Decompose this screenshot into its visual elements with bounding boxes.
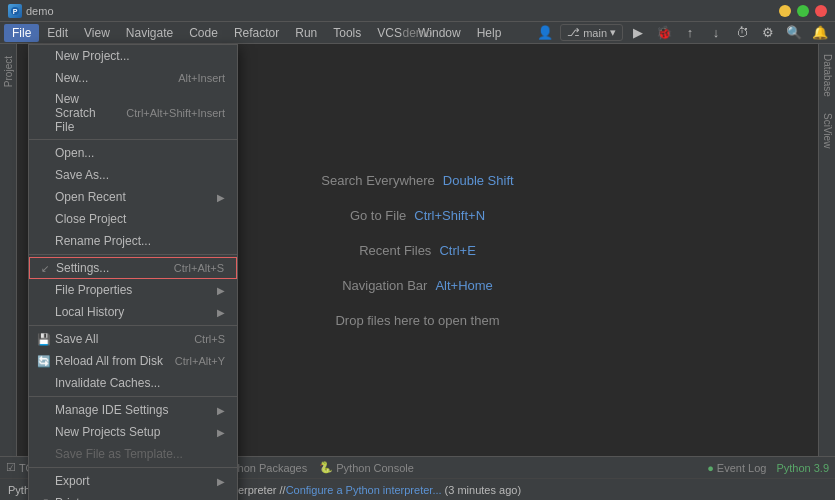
right-tab-sciview[interactable]: SciView	[820, 107, 835, 154]
console-label: Python Console	[336, 462, 414, 474]
menu-item-tools[interactable]: Tools	[325, 24, 369, 42]
new-scratch-file-shortcut: Ctrl+Alt+Shift+Insert	[126, 107, 225, 119]
new-project-label: New Project...	[55, 49, 130, 63]
menu-item-edit[interactable]: Edit	[39, 24, 76, 42]
status-right: ● Event Log Python 3.9	[707, 462, 829, 474]
new-projects-arrow: ▶	[217, 427, 225, 438]
manage-ide-label: Manage IDE Settings	[55, 403, 168, 417]
branch-arrow: ▾	[610, 26, 616, 39]
print-label: Print...	[55, 496, 90, 500]
menu-close-project[interactable]: Close Project	[29, 208, 237, 230]
branch-name: main	[583, 27, 607, 39]
time-ago-text: (3 minutes ago)	[442, 484, 521, 496]
reload-all-label: Reload All from Disk	[55, 354, 163, 368]
history-button[interactable]: ⏱	[731, 24, 753, 42]
event-log[interactable]: ● Event Log	[707, 462, 766, 474]
reload-all-shortcut: Ctrl+Alt+Y	[175, 355, 225, 367]
new-projects-setup-label: New Projects Setup	[55, 425, 160, 439]
new-shortcut: Alt+Insert	[178, 72, 225, 84]
maximize-button[interactable]	[797, 5, 809, 17]
menu-settings[interactable]: ↙ Settings... Ctrl+Alt+S	[29, 257, 237, 279]
settings-toolbar-button[interactable]: ⚙	[757, 24, 779, 42]
menu-item-refactor[interactable]: Refactor	[226, 24, 287, 42]
title-text: demo	[26, 5, 54, 17]
menu-bar: File Edit View Navigate Code Refactor Ru…	[0, 22, 835, 44]
new-scratch-file-label: New Scratch File	[55, 92, 116, 134]
menu-new-scratch-file[interactable]: New Scratch File Ctrl+Alt+Shift+Insert	[29, 89, 237, 137]
menu-open[interactable]: Open...	[29, 142, 237, 164]
go-to-file-shortcut: Ctrl+Shift+N	[414, 208, 485, 223]
export-arrow: ▶	[217, 476, 225, 487]
file-dropdown-menu: New Project... New... Alt+Insert New Scr…	[28, 44, 238, 500]
menu-print[interactable]: 🖨 Print...	[29, 492, 237, 500]
menu-item-code[interactable]: Code	[181, 24, 226, 42]
title-bar-left: P demo	[8, 4, 54, 18]
git-push-button[interactable]: ↓	[705, 24, 727, 42]
toolbar-right: 👤 ⎇ main ▾ ▶ 🐞 ↑ ↓ ⏱ ⚙ 🔍 🔔	[534, 24, 831, 42]
git-update-button[interactable]: ↑	[679, 24, 701, 42]
run-button[interactable]: ▶	[627, 24, 649, 42]
save-file-template-label: Save File as Template...	[55, 447, 183, 461]
right-tab-database[interactable]: Database	[820, 48, 835, 103]
separator-5	[29, 467, 237, 468]
menu-manage-ide-settings[interactable]: Manage IDE Settings ▶	[29, 399, 237, 421]
save-as-label: Save As...	[55, 168, 109, 182]
drop-files-label: Drop files here to open them	[335, 313, 499, 328]
manage-ide-arrow: ▶	[217, 405, 225, 416]
hint-drop-files: Drop files here to open them	[335, 313, 499, 328]
menu-save-file-template: Save File as Template...	[29, 443, 237, 465]
recent-files-label: Recent Files	[359, 243, 431, 258]
menu-item-run[interactable]: Run	[287, 24, 325, 42]
menu-open-recent[interactable]: Open Recent ▶	[29, 186, 237, 208]
menu-item-view[interactable]: View	[76, 24, 118, 42]
project-panel-label[interactable]: Project	[3, 56, 14, 87]
local-history-label: Local History	[55, 305, 124, 319]
hint-search-everywhere: Search Everywhere Double Shift	[321, 173, 513, 188]
tab-python-console[interactable]: 🐍 Python Console	[319, 461, 414, 474]
menu-item-help[interactable]: Help	[469, 24, 510, 42]
user-icon[interactable]: 👤	[534, 24, 556, 42]
export-label: Export	[55, 474, 90, 488]
separator-3	[29, 325, 237, 326]
menu-invalidate-caches[interactable]: Invalidate Caches...	[29, 372, 237, 394]
menu-item-file[interactable]: File	[4, 24, 39, 42]
menu-save-all[interactable]: 💾 Save All Ctrl+S	[29, 328, 237, 350]
menu-save-as[interactable]: Save As...	[29, 164, 237, 186]
console-icon: 🐍	[319, 461, 333, 474]
menu-new[interactable]: New... Alt+Insert	[29, 67, 237, 89]
minimize-button[interactable]	[779, 5, 791, 17]
separator-2	[29, 254, 237, 255]
menu-export[interactable]: Export ▶	[29, 470, 237, 492]
go-to-file-label: Go to File	[350, 208, 406, 223]
close-button[interactable]	[815, 5, 827, 17]
menu-file-properties[interactable]: File Properties ▶	[29, 279, 237, 301]
menu-local-history[interactable]: Local History ▶	[29, 301, 237, 323]
notifications-button[interactable]: 🔔	[809, 24, 831, 42]
search-everywhere-label: Search Everywhere	[321, 173, 434, 188]
search-toolbar-button[interactable]: 🔍	[783, 24, 805, 42]
separator-4	[29, 396, 237, 397]
settings-label: Settings...	[56, 261, 109, 275]
open-recent-arrow: ▶	[217, 192, 225, 203]
invalidate-caches-label: Invalidate Caches...	[55, 376, 160, 390]
debug-button[interactable]: 🐞	[653, 24, 675, 42]
menu-new-projects-setup[interactable]: New Projects Setup ▶	[29, 421, 237, 443]
menu-reload-all[interactable]: 🔄 Reload All from Disk Ctrl+Alt+Y	[29, 350, 237, 372]
open-label: Open...	[55, 146, 94, 160]
python-version[interactable]: Python 3.9	[776, 462, 829, 474]
open-recent-label: Open Recent	[55, 190, 126, 204]
configure-interpreter-link[interactable]: Configure a Python interpreter...	[286, 484, 442, 496]
branch-indicator[interactable]: ⎇ main ▾	[560, 24, 623, 41]
settings-icon-area: ↙	[38, 261, 52, 275]
search-everywhere-shortcut: Double Shift	[443, 173, 514, 188]
menu-item-navigate[interactable]: Navigate	[118, 24, 181, 42]
separator-1	[29, 139, 237, 140]
menu-new-project[interactable]: New Project...	[29, 45, 237, 67]
event-log-label: Event Log	[717, 462, 767, 474]
title-bar: P demo	[0, 0, 835, 22]
save-all-shortcut: Ctrl+S	[194, 333, 225, 345]
todo-icon: ☑	[6, 461, 16, 474]
hint-go-to-file: Go to File Ctrl+Shift+N	[350, 208, 485, 223]
menu-rename-project[interactable]: Rename Project...	[29, 230, 237, 252]
file-properties-arrow: ▶	[217, 285, 225, 296]
